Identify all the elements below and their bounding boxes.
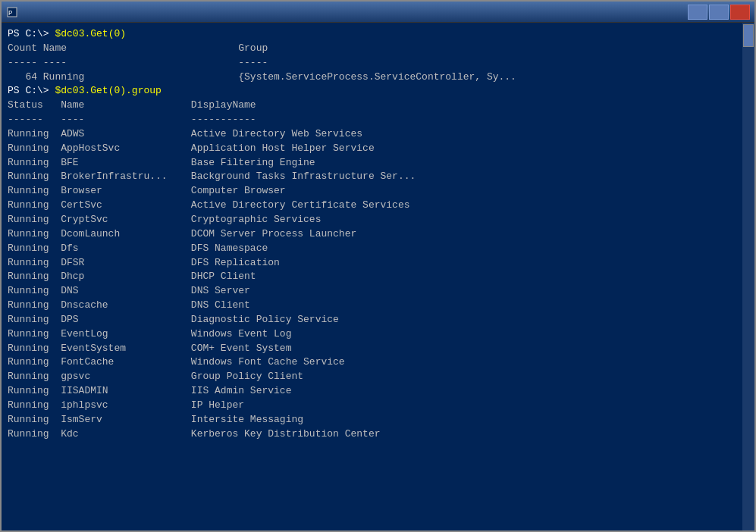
- terminal-line: Running Dhcp DHCP Client: [8, 270, 736, 284]
- terminal-line: Running ADWS Active Directory Web Servic…: [8, 127, 736, 142]
- terminal-line: Running BrokerInfrastru... Background Ta…: [8, 170, 736, 184]
- terminal-line: Running IsmServ Intersite Messaging: [8, 413, 736, 427]
- scrollbar-thumb[interactable]: [743, 24, 754, 47]
- terminal-line: Running Kdc Kerberos Key Distribution Ce…: [8, 427, 736, 442]
- terminal-line: Running CryptSvc Cryptographic Services: [8, 213, 736, 227]
- terminal-line: Running AppHostSvc Application Host Help…: [8, 142, 736, 156]
- terminal-line: Running DcomLaunch DCOM Server Process L…: [8, 227, 736, 242]
- terminal-line: Running EventLog Windows Event Log: [8, 327, 736, 342]
- terminal-line: Running BFE Base Filtering Engine: [8, 156, 736, 171]
- window-icon: P: [6, 6, 18, 18]
- terminal-line: Running iphlpsvc IP Helper: [8, 399, 736, 413]
- terminal-line: PS C:\> $dc03.Get(0): [8, 27, 736, 42]
- terminal-line: Running CertSvc Active Directory Certifi…: [8, 199, 736, 213]
- terminal-line: Running DPS Diagnostic Policy Service: [8, 313, 736, 327]
- svg-text:P: P: [8, 10, 12, 17]
- terminal-line: Running Browser Computer Browser: [8, 184, 736, 199]
- window-controls: [688, 5, 750, 20]
- terminal-line: Count Name Group: [8, 42, 736, 56]
- terminal-line: Running EventSystem COM+ Event System: [8, 342, 736, 356]
- terminal-line: Running DFSR DFS Replication: [8, 256, 736, 271]
- terminal-line: ------ ---- -----------: [8, 113, 736, 127]
- powershell-window: P PS C:\> $dc03.Get(0)Count Name Group--…: [0, 0, 756, 532]
- terminal-line: Running DNS DNS Server: [8, 284, 736, 299]
- terminal-line: Running Dnscache DNS Client: [8, 299, 736, 313]
- terminal-line: Running FontCache Windows Font Cache Ser…: [8, 355, 736, 370]
- terminal-output[interactable]: PS C:\> $dc03.Get(0)Count Name Group----…: [2, 23, 742, 530]
- terminal-line: PS C:\> $dc03.Get(0).group: [8, 84, 736, 99]
- terminal-line: Status Name DisplayName: [8, 99, 736, 113]
- titlebar: P: [2, 2, 754, 23]
- terminal-line: 64 Running {System.ServiceProcess.Servic…: [8, 70, 736, 85]
- close-button[interactable]: [730, 5, 750, 20]
- terminal-line: ----- ---- -----: [8, 56, 736, 70]
- content-area: PS C:\> $dc03.Get(0)Count Name Group----…: [2, 23, 754, 530]
- maximize-button[interactable]: [709, 5, 729, 20]
- terminal-line: Running IISADMIN IIS Admin Service: [8, 384, 736, 399]
- terminal-line: Running Dfs DFS Namespace: [8, 242, 736, 256]
- minimize-button[interactable]: [688, 5, 707, 20]
- scrollbar[interactable]: [742, 23, 754, 530]
- terminal-line: Running gpsvc Group Policy Client: [8, 370, 736, 384]
